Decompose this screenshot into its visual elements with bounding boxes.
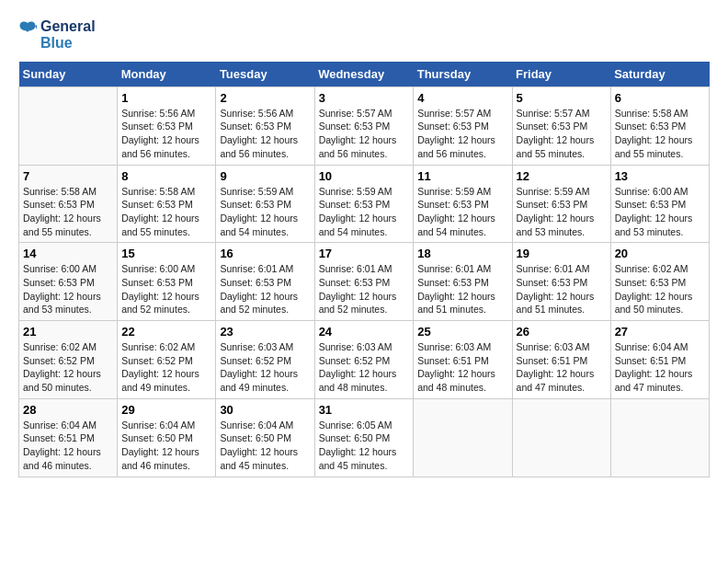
weekday-header: Monday — [118, 62, 216, 87]
weekday-header-row: SundayMondayTuesdayWednesdayThursdayFrid… — [19, 62, 710, 87]
calendar-cell — [610, 398, 709, 477]
calendar-cell — [19, 86, 118, 165]
calendar-cell: 10Sunrise: 5:59 AM Sunset: 6:53 PM Dayli… — [314, 165, 414, 243]
weekday-header: Tuesday — [216, 62, 314, 87]
day-info: Sunrise: 5:59 AM Sunset: 6:53 PM Dayligh… — [517, 185, 607, 239]
day-number: 19 — [517, 247, 607, 260]
day-info: Sunrise: 5:58 AM Sunset: 6:53 PM Dayligh… — [23, 185, 113, 239]
day-number: 3 — [319, 91, 410, 105]
calendar-cell: 2Sunrise: 5:56 AM Sunset: 6:53 PM Daylig… — [216, 86, 314, 165]
calendar-cell: 8Sunrise: 5:58 AM Sunset: 6:53 PM Daylig… — [118, 165, 216, 243]
day-info: Sunrise: 6:01 AM Sunset: 6:53 PM Dayligh… — [417, 262, 507, 316]
day-info: Sunrise: 6:05 AM Sunset: 6:50 PM Dayligh… — [319, 419, 410, 473]
day-number: 4 — [417, 91, 507, 105]
calendar-cell: 5Sunrise: 5:57 AM Sunset: 6:53 PM Daylig… — [512, 86, 610, 165]
calendar-cell: 3Sunrise: 5:57 AM Sunset: 6:53 PM Daylig… — [314, 86, 414, 165]
day-info: Sunrise: 6:01 AM Sunset: 6:53 PM Dayligh… — [517, 262, 607, 316]
day-info: Sunrise: 6:03 AM Sunset: 6:51 PM Dayligh… — [517, 340, 607, 395]
day-number: 7 — [23, 169, 113, 183]
day-number: 31 — [319, 403, 410, 417]
calendar-cell: 31Sunrise: 6:05 AM Sunset: 6:50 PM Dayli… — [314, 398, 414, 477]
day-info: Sunrise: 6:01 AM Sunset: 6:53 PM Dayligh… — [319, 262, 410, 316]
calendar-cell: 26Sunrise: 6:03 AM Sunset: 6:51 PM Dayli… — [512, 321, 610, 399]
day-number: 28 — [23, 403, 113, 417]
logo-blue: Blue — [40, 35, 96, 52]
calendar-cell: 9Sunrise: 5:59 AM Sunset: 6:53 PM Daylig… — [216, 165, 314, 243]
day-number: 24 — [319, 325, 410, 339]
day-info: Sunrise: 6:00 AM Sunset: 6:53 PM Dayligh… — [615, 185, 705, 239]
day-number: 22 — [121, 325, 211, 339]
page-header: General Blue — [18, 18, 710, 52]
calendar-cell: 1Sunrise: 5:56 AM Sunset: 6:53 PM Daylig… — [118, 86, 216, 165]
day-number: 8 — [121, 169, 211, 183]
day-info: Sunrise: 6:03 AM Sunset: 6:52 PM Dayligh… — [220, 340, 310, 395]
calendar-week-row: 21Sunrise: 6:02 AM Sunset: 6:52 PM Dayli… — [19, 321, 710, 399]
day-info: Sunrise: 5:57 AM Sunset: 6:53 PM Dayligh… — [417, 107, 507, 161]
calendar-cell: 12Sunrise: 5:59 AM Sunset: 6:53 PM Dayli… — [512, 165, 610, 243]
day-number: 17 — [319, 247, 410, 260]
calendar-cell: 23Sunrise: 6:03 AM Sunset: 6:52 PM Dayli… — [216, 321, 314, 399]
calendar-cell: 29Sunrise: 6:04 AM Sunset: 6:50 PM Dayli… — [118, 398, 216, 477]
calendar-cell: 16Sunrise: 6:01 AM Sunset: 6:53 PM Dayli… — [216, 243, 314, 321]
calendar-cell: 11Sunrise: 5:59 AM Sunset: 6:53 PM Dayli… — [414, 165, 512, 243]
day-info: Sunrise: 6:04 AM Sunset: 6:50 PM Dayligh… — [121, 419, 211, 473]
calendar-table: SundayMondayTuesdayWednesdayThursdayFrid… — [18, 62, 710, 477]
calendar-week-row: 7Sunrise: 5:58 AM Sunset: 6:53 PM Daylig… — [19, 165, 710, 243]
day-number: 6 — [615, 91, 705, 105]
day-info: Sunrise: 6:00 AM Sunset: 6:53 PM Dayligh… — [121, 262, 211, 316]
day-info: Sunrise: 6:01 AM Sunset: 6:53 PM Dayligh… — [220, 262, 310, 316]
weekday-header: Friday — [512, 62, 610, 87]
day-info: Sunrise: 6:04 AM Sunset: 6:51 PM Dayligh… — [23, 419, 113, 473]
day-info: Sunrise: 5:58 AM Sunset: 6:53 PM Dayligh… — [121, 185, 211, 239]
calendar-week-row: 28Sunrise: 6:04 AM Sunset: 6:51 PM Dayli… — [19, 398, 710, 477]
day-info: Sunrise: 5:56 AM Sunset: 6:53 PM Dayligh… — [121, 107, 211, 161]
day-number: 25 — [417, 325, 507, 339]
day-number: 2 — [220, 91, 310, 105]
day-info: Sunrise: 6:00 AM Sunset: 6:53 PM Dayligh… — [23, 262, 113, 316]
day-number: 18 — [417, 247, 507, 260]
day-number: 30 — [220, 403, 310, 417]
day-number: 23 — [220, 325, 310, 339]
day-number: 26 — [517, 325, 607, 339]
calendar-cell: 4Sunrise: 5:57 AM Sunset: 6:53 PM Daylig… — [414, 86, 512, 165]
calendar-cell — [414, 398, 512, 477]
day-number: 9 — [220, 169, 310, 183]
day-number: 16 — [220, 247, 310, 260]
day-number: 14 — [23, 247, 113, 260]
logo: General Blue — [18, 18, 96, 52]
day-info: Sunrise: 6:04 AM Sunset: 6:50 PM Dayligh… — [220, 419, 310, 473]
calendar-week-row: 14Sunrise: 6:00 AM Sunset: 6:53 PM Dayli… — [19, 243, 710, 321]
logo-general: General — [40, 18, 96, 35]
day-number: 20 — [615, 247, 705, 260]
day-info: Sunrise: 6:02 AM Sunset: 6:52 PM Dayligh… — [23, 340, 113, 395]
calendar-cell: 15Sunrise: 6:00 AM Sunset: 6:53 PM Dayli… — [118, 243, 216, 321]
calendar-cell: 25Sunrise: 6:03 AM Sunset: 6:51 PM Dayli… — [414, 321, 512, 399]
day-info: Sunrise: 5:57 AM Sunset: 6:53 PM Dayligh… — [517, 107, 607, 161]
day-info: Sunrise: 5:59 AM Sunset: 6:53 PM Dayligh… — [319, 185, 410, 239]
calendar-cell: 18Sunrise: 6:01 AM Sunset: 6:53 PM Dayli… — [414, 243, 512, 321]
calendar-week-row: 1Sunrise: 5:56 AM Sunset: 6:53 PM Daylig… — [19, 86, 710, 165]
day-info: Sunrise: 6:02 AM Sunset: 6:52 PM Dayligh… — [121, 340, 211, 395]
calendar-cell: 13Sunrise: 6:00 AM Sunset: 6:53 PM Dayli… — [610, 165, 709, 243]
calendar-cell: 6Sunrise: 5:58 AM Sunset: 6:53 PM Daylig… — [610, 86, 709, 165]
day-number: 15 — [121, 247, 211, 260]
day-info: Sunrise: 6:02 AM Sunset: 6:53 PM Dayligh… — [615, 262, 705, 316]
calendar-cell — [512, 398, 610, 477]
calendar-cell: 27Sunrise: 6:04 AM Sunset: 6:51 PM Dayli… — [610, 321, 709, 399]
calendar-cell: 17Sunrise: 6:01 AM Sunset: 6:53 PM Dayli… — [314, 243, 414, 321]
day-info: Sunrise: 6:03 AM Sunset: 6:51 PM Dayligh… — [417, 340, 507, 395]
calendar-cell: 24Sunrise: 6:03 AM Sunset: 6:52 PM Dayli… — [314, 321, 414, 399]
calendar-cell: 19Sunrise: 6:01 AM Sunset: 6:53 PM Dayli… — [512, 243, 610, 321]
day-number: 11 — [417, 169, 507, 183]
day-number: 29 — [121, 403, 211, 417]
day-info: Sunrise: 5:59 AM Sunset: 6:53 PM Dayligh… — [417, 185, 507, 239]
weekday-header: Sunday — [19, 62, 118, 87]
day-info: Sunrise: 6:03 AM Sunset: 6:52 PM Dayligh… — [319, 340, 410, 395]
day-info: Sunrise: 6:04 AM Sunset: 6:51 PM Dayligh… — [615, 340, 705, 395]
day-info: Sunrise: 5:59 AM Sunset: 6:53 PM Dayligh… — [220, 185, 310, 239]
day-number: 5 — [517, 91, 607, 105]
weekday-header: Saturday — [610, 62, 709, 87]
day-info: Sunrise: 5:56 AM Sunset: 6:53 PM Dayligh… — [220, 107, 310, 161]
weekday-header: Thursday — [414, 62, 512, 87]
weekday-header: Wednesday — [314, 62, 414, 87]
